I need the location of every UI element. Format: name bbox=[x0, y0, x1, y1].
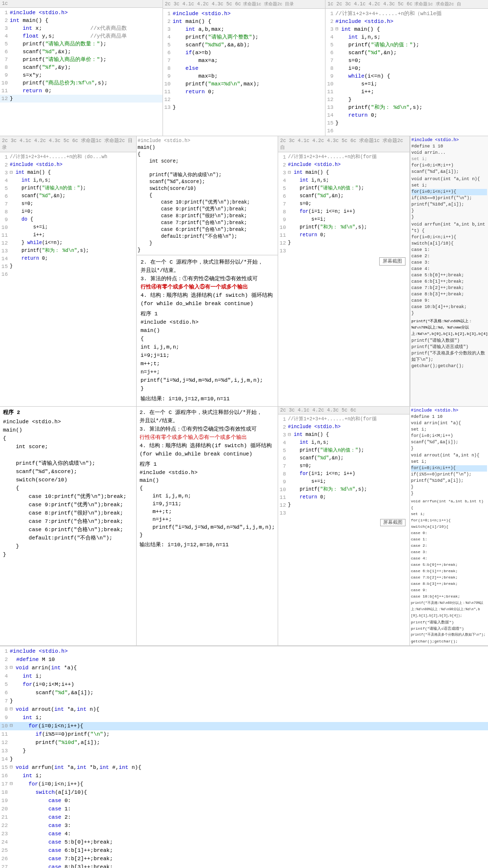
code-line: 26 case 7:b[2]++;break; bbox=[0, 855, 488, 863]
code-line: 7} bbox=[0, 697, 488, 705]
code-line: 3 int x; //x代表商品数 bbox=[0, 24, 163, 32]
code-line: 4 printf("请输入两个整数"); bbox=[163, 33, 325, 41]
bottom-code-area: 1#include <stdio.h> 2 #define M 10 3⊟voi… bbox=[0, 646, 488, 868]
code-line: 9 while(i<=n) { bbox=[325, 72, 488, 80]
r3-far-right: #include <stdio.h> #define 1 10 void arr… bbox=[410, 407, 488, 645]
screenshot-btn-r3[interactable]: 屏幕截图 bbox=[278, 518, 409, 527]
code-line: 12 printf("%10d",a[i]); bbox=[0, 739, 488, 747]
code-line: 20 case 1: bbox=[0, 805, 488, 813]
panel-3-code: 1//计算1+2+3+4+......+n的和（while循 2#include… bbox=[325, 9, 488, 136]
code-line: 8 else bbox=[163, 64, 325, 72]
code-line: 12} bbox=[278, 239, 409, 247]
code-line: 7 s=0; bbox=[0, 200, 136, 208]
r3-left: 程序 2 #include <stdio.h> main() { int sco… bbox=[0, 407, 137, 645]
code-line: 10⊟ for(i=0;i<n;i++){ bbox=[0, 722, 488, 730]
panel-1c: 1c 1#include <stdio.h> 2int main() { 3 i… bbox=[0, 0, 163, 136]
code-line: 10 s+=i; bbox=[0, 224, 136, 231]
code-line: 8 i=0; bbox=[325, 64, 488, 72]
r3-center: 2. 在一个 C 源程序中，块式注释部分以/*开始， 并且以*/结束。 3. 算… bbox=[137, 407, 278, 645]
code-line: 2#include <stdio.h> bbox=[325, 18, 488, 25]
panel-2c: 2c 3c 4.1c 4.2c 4.3c 5c 6c 求命题1c 求命题2c 目… bbox=[163, 0, 326, 136]
switch-code-area: #include <stdio.h> main() { int score; p… bbox=[137, 136, 278, 255]
code-line: 14 return 0; bbox=[0, 255, 136, 263]
mid-center-text: 2. 在一个 C 源程序中，块式注释部分以/*开始， 并且以*/结束。 3. 算… bbox=[137, 255, 278, 406]
switch-code: main() { int score; printf("请输入你的成绩\n");… bbox=[138, 145, 277, 254]
code-line: 8 for(i=1; i<=n; i++) bbox=[278, 208, 409, 216]
code-line: 6 if(a>=b) bbox=[163, 49, 325, 57]
code-line: 8 scanf("%f",&y); bbox=[0, 63, 163, 71]
code-line: 4 int i; bbox=[0, 672, 488, 681]
code-line: 15} bbox=[0, 263, 136, 270]
panel-1-code: 1#include <stdio.h> 2int main() { 3 int … bbox=[0, 8, 163, 103]
code-line: 5 printf("请输入n的值："); bbox=[278, 185, 409, 192]
code-line: 19 case 0: bbox=[0, 797, 488, 805]
code-line: 7 max=a; bbox=[163, 57, 325, 64]
code-line: 2#include <stdio.h> bbox=[0, 161, 136, 169]
mid-center-panel: #include <stdio.h> main() { int score; p… bbox=[137, 136, 278, 406]
code-line: 3⊟int main() { bbox=[278, 169, 409, 177]
code-line: 16 bbox=[325, 127, 488, 135]
output-result: 输出结果: i=10,j=12,m=10,n=11 bbox=[140, 541, 275, 549]
code-line: 12 } bbox=[325, 96, 488, 103]
prog2-code: #include <stdio.h> main() { int score; p… bbox=[3, 418, 133, 559]
code-line: 8⊟void arrout(int *a,int n){ bbox=[0, 705, 488, 714]
code-line: 4 int i,n,s; bbox=[325, 33, 488, 41]
r3-right-code: 1//计算1+2+3+4+......+n的和(for循 2#include <… bbox=[278, 414, 409, 518]
panel-2-code: 1#include <stdio.h> 2int main() { 3 int … bbox=[163, 9, 325, 112]
code-line: 5 printf("请输入n的值："); bbox=[0, 185, 136, 192]
code-line: 3⊟int main() { bbox=[278, 431, 409, 439]
code-line: 25 case 6:b[1]++;break; bbox=[0, 847, 488, 855]
code-line: 5 scanf("%d%d",&a,&b); bbox=[163, 41, 325, 49]
code-line: 9 do { bbox=[0, 216, 136, 224]
code-line: 15} bbox=[325, 119, 488, 127]
mid-left-panel: 2c 3c 4.1c 4.2c 4.3c 5c 6c 求命题1c 求命题2c 目… bbox=[0, 136, 137, 406]
code-line: 11 return 0; bbox=[163, 88, 325, 96]
code-line: 8 for(i=1; i<=n; i++) bbox=[278, 470, 409, 478]
code-line: 9 int i; bbox=[0, 714, 488, 722]
code-line: 24 case 5:b[0]++;break; bbox=[0, 838, 488, 847]
code-line: 12} bbox=[278, 501, 409, 509]
app-container: 1c 1#include <stdio.h> 2int main() { 3 i… bbox=[0, 0, 488, 868]
panel-2-tab[interactable]: 2c 3c 4.1c 4.2c 4.3c 5c 6c bbox=[165, 1, 241, 7]
code-line: 1//计算1+2+3+4+......+n的和（do...wh bbox=[0, 153, 136, 161]
code-line: 1#include <stdio.h> bbox=[0, 647, 488, 656]
code-line: 2 #define M 10 bbox=[0, 656, 488, 664]
code-line: 5 for(i=0;i<M;i++) bbox=[0, 681, 488, 689]
code-line: 12 bbox=[163, 96, 325, 103]
code-line: 17⊟ for(i=0;i<n;i++){ bbox=[0, 780, 488, 788]
code-line: 6 scanf("%d",&x); bbox=[0, 48, 163, 56]
code-line: 11 if(i%5==0)printf("\n"); bbox=[0, 730, 488, 739]
code-line: 21 case 2: bbox=[0, 813, 488, 822]
top-row: 1c 1#include <stdio.h> 2int main() { 3 i… bbox=[0, 0, 488, 136]
panel-3-tab[interactable]: 1c 2c 3c 4.1c 4.2c 4.3c 5c 6c bbox=[327, 1, 412, 7]
code-line: 1#include <stdio.h> bbox=[163, 10, 325, 18]
code-line: 1#include <stdio.h> bbox=[0, 9, 163, 17]
code-line: 15⊟void arrfun(int *a,int *b,int #,int n… bbox=[0, 764, 488, 772]
code-line: 3⊟void arrin(int *a){ bbox=[0, 664, 488, 672]
code-line: 6 scanf("%d",&n); bbox=[0, 192, 136, 200]
r3-right-header: 2c 3c 4.1c 4.2c 4.3c 5c 6c bbox=[278, 407, 409, 414]
r3-far-right-code: #include <stdio.h> #define 1 10 void arr… bbox=[410, 407, 488, 645]
mid-right-tab[interactable]: 2c 3c 4.1c 4.2c 4.3c 5c 6c 求命题1c 求命题2c 自 bbox=[280, 137, 407, 151]
code-line: 16 bbox=[0, 270, 136, 278]
code-line: 10 printf("max=%d\n",max); bbox=[163, 80, 325, 88]
mid-left-tab[interactable]: 2c 3c 4.1c 4.2c 4.3c 5c 6c 求命题1c 求命题2c 目… bbox=[2, 137, 134, 151]
far-right-code: #include <stdio.h> #define 1 10 void arr… bbox=[410, 136, 488, 371]
code-line: 6 scanf("%d",&a[i]); bbox=[0, 689, 488, 697]
code-line: 11 i++; bbox=[0, 231, 136, 239]
code-line: 1//计算1+2+3+4+......+n的和(for循 bbox=[278, 153, 409, 161]
code-line: 13 printf("和为： %d\n",s); bbox=[0, 247, 136, 255]
code-line: 4 int i,n,s; bbox=[0, 177, 136, 185]
end-screen-button[interactable]: 屏幕截图 bbox=[278, 256, 409, 267]
code-line: 13} bbox=[163, 103, 325, 111]
code-line: 12 } while(i<=n); bbox=[0, 239, 136, 247]
code-line: 7 s=0; bbox=[325, 57, 488, 64]
code-line: 11 return 0; bbox=[0, 87, 163, 95]
mid-right-header: 2c 3c 4.1c 4.2c 4.3c 5c 6c 求命题1c 求命题2c 自 bbox=[278, 136, 409, 152]
code-line: 9 s+=i; bbox=[278, 478, 409, 486]
code-line: 6 scanf("%d",&n); bbox=[278, 455, 409, 462]
code-line: 10 s+=i; bbox=[325, 80, 488, 88]
panel-1-tab[interactable]: 1c bbox=[2, 1, 8, 6]
far-right-panel: #include <stdio.h> #define 1 10 void arr… bbox=[410, 136, 488, 406]
prog1-code: #include <stdio.h> main() { int i,j,m,n;… bbox=[140, 469, 275, 539]
